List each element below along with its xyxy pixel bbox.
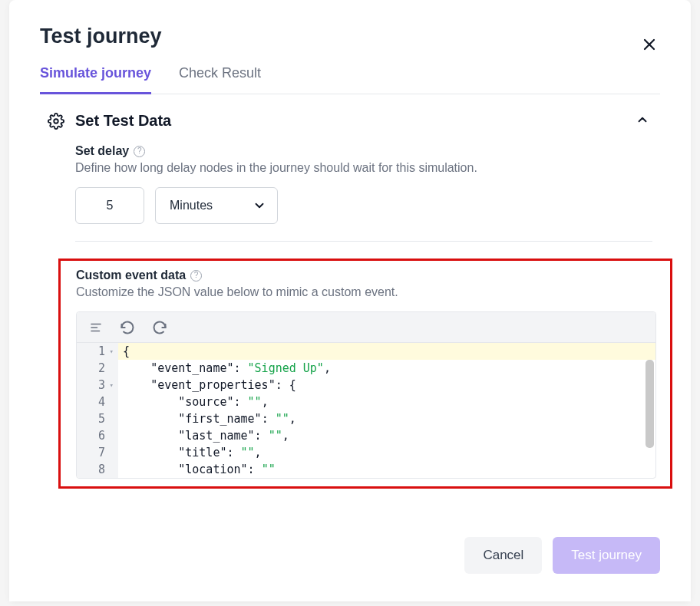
delay-unit-label: Minutes xyxy=(170,199,213,212)
delay-value-input[interactable] xyxy=(75,187,144,224)
set-test-data-section: Set Test Data Set delay ? Define how lon… xyxy=(40,110,660,489)
test-journey-modal: Test journey Simulate journey Check Resu… xyxy=(9,0,691,601)
tab-simulate-journey[interactable]: Simulate journey xyxy=(40,65,151,94)
custom-event-label: Custom event data xyxy=(76,268,186,282)
modal-title: Test journey xyxy=(40,25,660,48)
undo-icon xyxy=(120,320,135,335)
svg-point-0 xyxy=(54,119,58,124)
collapse-button[interactable] xyxy=(632,110,652,132)
fold-icon[interactable]: ▾ xyxy=(107,343,114,360)
redo-icon xyxy=(152,320,167,335)
fold-icon[interactable]: ▾ xyxy=(107,377,114,394)
format-icon xyxy=(89,321,103,334)
editor-scrollbar[interactable] xyxy=(646,360,654,448)
close-button[interactable] xyxy=(639,34,660,55)
undo-button[interactable] xyxy=(118,318,137,337)
redo-button[interactable] xyxy=(150,318,169,337)
editor-toolbar xyxy=(77,312,655,343)
json-editor: 1▾ 2 3▾ 4 5 6 7 8 { "event_name": "Signe… xyxy=(76,311,656,479)
set-delay-label: Set delay xyxy=(75,144,129,158)
code-editor[interactable]: 1▾ 2 3▾ 4 5 6 7 8 { "event_name": "Signe… xyxy=(77,343,655,478)
set-delay-description: Define how long delay nodes in the journ… xyxy=(75,161,652,175)
tab-check-result[interactable]: Check Result xyxy=(179,65,261,94)
line-gutter: 1▾ 2 3▾ 4 5 6 7 8 xyxy=(77,343,118,478)
modal-header: Test journey Simulate journey Check Resu… xyxy=(9,0,691,94)
set-delay-subsection: Set delay ? Define how long delay nodes … xyxy=(75,144,652,242)
code-lines: { "event_name": "Signed Up", "event_prop… xyxy=(118,343,655,478)
help-icon[interactable]: ? xyxy=(190,270,202,282)
close-icon xyxy=(642,37,657,52)
modal-content: Set Test Data Set delay ? Define how lon… xyxy=(9,94,691,535)
tabs: Simulate journey Check Result xyxy=(40,65,660,94)
cancel-button[interactable]: Cancel xyxy=(464,537,542,574)
chevron-down-icon xyxy=(253,199,266,212)
modal-footer: Cancel Test journey xyxy=(9,519,691,601)
chevron-up-icon xyxy=(636,113,649,127)
format-button[interactable] xyxy=(88,319,104,336)
section-title: Set Test Data xyxy=(75,112,622,130)
custom-event-description: Customize the JSON value below to mimic … xyxy=(76,285,656,299)
test-journey-button[interactable]: Test journey xyxy=(553,537,660,574)
section-header: Set Test Data xyxy=(48,110,652,132)
delay-unit-select[interactable]: Minutes xyxy=(155,187,278,224)
custom-event-highlight: Custom event data ? Customize the JSON v… xyxy=(58,259,672,489)
divider xyxy=(75,241,652,242)
help-icon[interactable]: ? xyxy=(134,146,145,157)
gear-icon xyxy=(48,113,64,130)
